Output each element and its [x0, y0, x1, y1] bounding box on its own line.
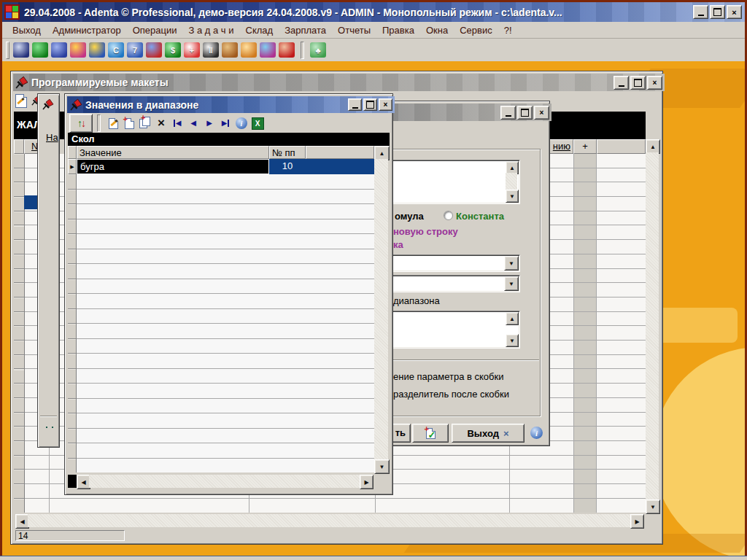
barcode-icon[interactable]: ‖	[203, 42, 219, 58]
radio-constant[interactable]	[444, 211, 452, 219]
cell-extra[interactable]	[306, 159, 374, 174]
new-record-icon[interactable]: +	[121, 115, 137, 131]
cell-value[interactable]: бугра	[77, 159, 269, 174]
palette-icon[interactable]	[260, 42, 276, 58]
mdi-column-header-plus[interactable]: +	[573, 139, 597, 154]
menu-item-выход[interactable]: Выход	[7, 23, 47, 37]
strip-label-fragment[interactable]: На	[46, 132, 58, 143]
radio-formula-label-fragment[interactable]: омула	[395, 211, 424, 222]
radio-constant-label[interactable]: Константа	[456, 211, 504, 222]
maximize-button[interactable]	[710, 5, 725, 19]
toolbar-grip[interactable]	[6, 42, 9, 59]
balloons-icon[interactable]	[70, 42, 86, 58]
current-row-gutter[interactable]: ▶	[68, 159, 77, 174]
users-blue-icon[interactable]	[51, 42, 67, 58]
minimize-button[interactable]	[693, 5, 708, 19]
values-hscroll-track[interactable]	[89, 475, 360, 488]
mdi-hscroll-right-button[interactable]: ▶	[630, 514, 644, 529]
menu-item-окна[interactable]: Окна	[420, 23, 454, 37]
gift-icon[interactable]	[222, 42, 238, 58]
sort-button[interactable]: ↑ ↓	[69, 114, 93, 133]
nav-next-icon[interactable]: ▶	[201, 115, 217, 131]
menu-item-операции[interactable]: Операции	[127, 23, 183, 37]
excel-export-icon[interactable]: X	[249, 115, 266, 131]
values-maximize-button[interactable]	[363, 98, 377, 111]
values-vscroll-up-button[interactable]: ▲	[374, 146, 390, 160]
values-vscroll-down-button[interactable]: ▼	[374, 459, 390, 474]
values-minimize-button[interactable]	[348, 98, 362, 111]
apply-button[interactable]: ✓ +	[412, 424, 449, 443]
textarea2-scroll-up-button[interactable]: ▲	[506, 312, 519, 325]
copy-record-icon[interactable]: +	[137, 115, 153, 131]
users-orange-icon[interactable]	[241, 42, 257, 58]
values-column-header-empty[interactable]	[306, 146, 374, 159]
combo-box-1[interactable]	[374, 254, 520, 272]
mdi-titlebar[interactable]: Программируемые макеты ×	[13, 74, 665, 91]
textarea-scroll-down-button[interactable]: ▼	[506, 190, 519, 203]
main-titlebar[interactable]: 29.04.2008 - Adenta © Professional, демо…	[2, 2, 745, 22]
flags-icon[interactable]	[146, 42, 162, 58]
mdi-vscroll-down-button[interactable]: ▼	[646, 499, 660, 514]
values-dialog-titlebar[interactable]: Значения в диапазоне ×	[67, 96, 395, 113]
textarea2-scroll-down-button[interactable]: ▼	[506, 334, 519, 347]
edit-record-icon[interactable]	[105, 115, 121, 131]
cell-num[interactable]: 10	[269, 159, 306, 174]
row-marker-icon: ▶	[70, 164, 74, 170]
windows-logo-icon[interactable]	[4, 4, 20, 20]
calendar-c-icon[interactable]: C	[108, 42, 124, 58]
dialog-maximize-button[interactable]	[517, 106, 533, 120]
menu-item-администратор[interactable]: Администратор	[47, 23, 127, 37]
mdi-minimize-button[interactable]	[614, 76, 629, 90]
checkbox1-label-fragment[interactable]: ение параметра в скобки	[393, 371, 503, 382]
values-column-header-num[interactable]: № пп	[269, 146, 306, 159]
menu-item-з-а-д-а-ч-и[interactable]: З а д а ч и	[183, 23, 240, 37]
combo1-dropdown-button[interactable]: ▼	[504, 256, 519, 271]
collapsed-strip-window[interactable]: На	[37, 93, 60, 448]
nav-prev-icon[interactable]: ◀	[185, 115, 201, 131]
maximize-icon	[366, 101, 374, 109]
formula-textarea[interactable]	[374, 160, 520, 204]
books-red-icon[interactable]	[279, 42, 295, 58]
checkbox2-label-fragment[interactable]: разделитель после скобки	[393, 389, 509, 400]
values-column-header-value[interactable]: Значение	[77, 146, 269, 159]
delete-record-icon[interactable]: ×	[153, 115, 169, 131]
desktop-decor-circle	[653, 347, 745, 556]
mdi-vscroll-track[interactable]	[646, 152, 659, 499]
new-document-icon[interactable]	[15, 94, 27, 108]
menu-item-отчеты[interactable]: Отчеты	[332, 23, 376, 37]
nav-first-icon[interactable]: ◀	[169, 115, 185, 131]
menu-item-зарплата[interactable]: Зарплата	[279, 23, 332, 37]
combo-box-2[interactable]	[374, 275, 520, 292]
clock-icon[interactable]	[89, 42, 105, 58]
values-close-button[interactable]: ×	[379, 98, 392, 111]
menu-item-склад[interactable]: Склад	[240, 23, 279, 37]
combo2-dropdown-button[interactable]: ▼	[504, 276, 519, 291]
menu-item--[interactable]: ?!	[498, 23, 518, 37]
info-icon[interactable]: i	[530, 427, 543, 439]
close-icon: ×	[384, 101, 388, 109]
menu-item-правка[interactable]: Правка	[376, 23, 420, 37]
info-icon[interactable]: i	[233, 115, 249, 131]
dialog-minimize-button[interactable]	[500, 106, 516, 120]
menu-item-сервис[interactable]: Сервис	[454, 23, 498, 37]
mdi-maximize-button[interactable]	[630, 76, 646, 90]
nav-last-icon[interactable]: ▶	[217, 115, 233, 131]
clover-icon[interactable]: ♣	[310, 42, 326, 58]
calendar-7-icon[interactable]: 7	[127, 42, 143, 58]
green-table-icon[interactable]	[32, 42, 48, 58]
close-button[interactable]: ×	[727, 5, 742, 19]
values-table-body[interactable]	[77, 174, 374, 472]
mdi-column-header-empty[interactable]	[597, 139, 646, 154]
dollar-coin-icon[interactable]: $	[165, 42, 181, 58]
dialog-close-button[interactable]: ×	[534, 106, 549, 120]
first-aid-icon[interactable]: +	[184, 42, 200, 58]
range-textarea[interactable]	[374, 311, 520, 349]
mdi-hscroll-track[interactable]	[28, 514, 630, 527]
monitor-edit-icon[interactable]	[13, 42, 29, 58]
exit-button[interactable]: Выход ×	[452, 424, 525, 443]
textarea-scroll-track[interactable]	[506, 173, 517, 190]
values-vscroll-track[interactable]	[374, 159, 388, 459]
values-hscroll-right-button[interactable]: ▶	[360, 475, 374, 489]
mdi-close-button[interactable]: ×	[647, 76, 662, 90]
mdi-vscroll-up-button[interactable]: ▲	[646, 139, 660, 154]
